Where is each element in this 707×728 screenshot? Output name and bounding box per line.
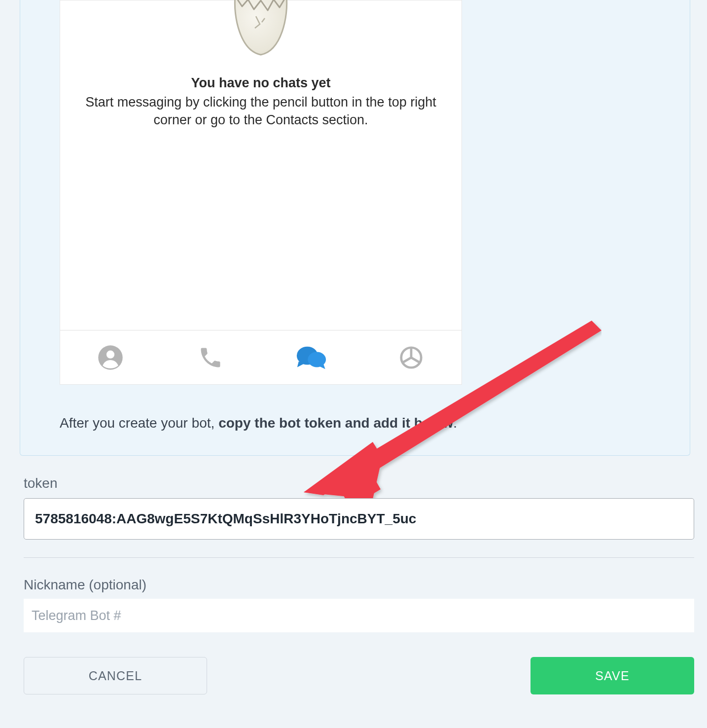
nickname-label: Nickname (optional)	[24, 577, 146, 593]
tab-chats[interactable]	[261, 330, 361, 384]
cancel-button[interactable]: CANCEL	[24, 657, 207, 694]
app-preview: You have no chats yet Start messaging by…	[60, 0, 462, 385]
gear-icon	[398, 344, 424, 371]
person-icon	[97, 344, 124, 371]
tab-bar	[60, 330, 461, 384]
instruction-panel: You have no chats yet Start messaging by…	[20, 0, 690, 456]
tab-contacts[interactable]	[60, 330, 161, 384]
svg-point-1	[106, 350, 114, 358]
tab-settings[interactable]	[361, 330, 462, 384]
chats-icon	[296, 345, 326, 370]
svg-line-6	[403, 358, 412, 363]
instruction-text: After you create your bot, copy the bot …	[60, 415, 457, 431]
section-divider	[24, 557, 694, 558]
instruction-prefix: After you create your bot,	[60, 415, 218, 431]
instruction-emphasis: copy the bot token and add it below	[218, 415, 453, 431]
empty-state-subtitle: Start messaging by clicking the pencil b…	[83, 94, 438, 129]
hatching-egg-icon	[226, 0, 295, 61]
empty-state-title: You have no chats yet	[191, 75, 330, 91]
empty-chats-state: You have no chats yet Start messaging by…	[60, 0, 461, 330]
instruction-suffix: .	[453, 415, 457, 431]
save-button[interactable]: SAVE	[530, 657, 694, 694]
svg-line-7	[411, 358, 420, 363]
nickname-input[interactable]	[24, 599, 694, 632]
token-input[interactable]	[24, 498, 694, 540]
token-label: token	[24, 475, 58, 491]
phone-icon	[198, 345, 223, 370]
tab-calls[interactable]	[161, 330, 261, 384]
